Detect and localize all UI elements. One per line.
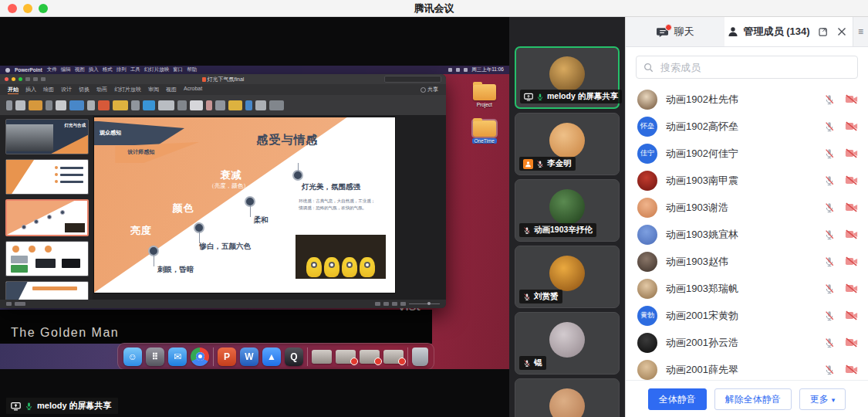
unmute-all-button[interactable]: 解除全体静音 bbox=[714, 388, 792, 410]
toolbar-icon[interactable] bbox=[269, 100, 284, 110]
ribbon-tab[interactable]: 审阅 bbox=[148, 86, 159, 94]
trash-icon[interactable] bbox=[412, 348, 428, 366]
mic-muted-icon[interactable] bbox=[824, 310, 835, 321]
menu-item[interactable]: 帮助 bbox=[187, 66, 197, 73]
member-row[interactable]: 黄勃 动画2001宋黄勃 bbox=[637, 302, 858, 329]
menu-item[interactable]: 插入 bbox=[89, 66, 99, 73]
tab-chat[interactable]: 聊天 bbox=[626, 17, 724, 46]
tab-manage-members[interactable]: 管理成员 (134) bbox=[724, 17, 853, 46]
chrome-icon[interactable] bbox=[191, 348, 209, 366]
video-tile[interactable]: 李金明 bbox=[515, 113, 620, 175]
member-row[interactable]: 动画1902杜先伟 bbox=[637, 86, 858, 113]
camera-off-icon[interactable] bbox=[845, 256, 858, 266]
toolbar-icon[interactable] bbox=[177, 100, 187, 110]
mail-icon[interactable]: ✉ bbox=[168, 348, 187, 366]
toolbar-icon[interactable] bbox=[206, 100, 212, 110]
menu-item[interactable]: 幻灯片放映 bbox=[144, 66, 170, 73]
toolbar-icon[interactable] bbox=[6, 100, 12, 110]
search-input[interactable] bbox=[659, 61, 850, 74]
mic-muted-icon[interactable] bbox=[824, 175, 835, 186]
camera-off-icon[interactable] bbox=[845, 337, 858, 348]
member-row[interactable]: 动画1903谢浩 bbox=[637, 194, 858, 221]
toolbar-icon[interactable] bbox=[87, 100, 95, 110]
camera-off-icon[interactable] bbox=[845, 229, 858, 239]
camera-off-icon[interactable] bbox=[845, 364, 858, 375]
minimized-window[interactable] bbox=[360, 350, 380, 364]
camera-off-icon[interactable] bbox=[845, 121, 858, 131]
slideshow-view-icon[interactable] bbox=[400, 302, 406, 306]
mic-muted-icon[interactable] bbox=[824, 121, 835, 132]
ppt-share-button[interactable]: 共享 bbox=[420, 86, 438, 93]
toolbar-icon[interactable] bbox=[255, 100, 266, 110]
popout-panel-icon[interactable] bbox=[819, 27, 829, 37]
toolbar-icon[interactable] bbox=[98, 100, 110, 110]
member-row[interactable]: 动画1903姚宜林 bbox=[637, 221, 858, 248]
mic-muted-icon[interactable] bbox=[824, 337, 835, 348]
toolbar-icon[interactable] bbox=[69, 100, 84, 110]
menu-item[interactable]: 视图 bbox=[75, 66, 85, 73]
member-search-box[interactable] bbox=[636, 56, 858, 79]
camera-off-icon[interactable] bbox=[845, 175, 858, 185]
menu-item[interactable]: 排列 bbox=[117, 66, 127, 73]
menu-item[interactable]: 格式 bbox=[103, 66, 113, 73]
toolbar-icon[interactable] bbox=[131, 100, 140, 110]
ppt-search-box[interactable] bbox=[384, 76, 441, 83]
launchpad-icon[interactable]: ⠿ bbox=[146, 348, 164, 366]
zoom-slider[interactable] bbox=[409, 303, 440, 304]
toolbar-icon[interactable] bbox=[113, 100, 128, 110]
toolbar-icon[interactable] bbox=[56, 100, 66, 110]
menu-item[interactable]: 窗口 bbox=[173, 66, 183, 73]
menu-item[interactable]: 工具 bbox=[130, 66, 140, 73]
slide-thumbnail-5[interactable] bbox=[5, 281, 89, 300]
video-tile[interactable]: 锟 bbox=[515, 312, 620, 375]
close-panel-icon[interactable] bbox=[837, 27, 846, 36]
menu-item[interactable]: 文件 bbox=[47, 66, 57, 73]
camera-off-icon[interactable] bbox=[845, 148, 858, 158]
mic-muted-icon[interactable] bbox=[824, 256, 835, 267]
menu-app-name[interactable]: PowerPoint bbox=[15, 67, 42, 73]
mic-muted-icon[interactable] bbox=[824, 202, 835, 213]
slide-thumbnail-2[interactable] bbox=[5, 159, 89, 195]
finder-icon[interactable]: ☺ bbox=[123, 348, 142, 366]
current-slide[interactable]: 观众感知 设计师感知 感受与情感 亮度 刺眼，昏暗 颜色 惨白，五颜六色 衰减 … bbox=[94, 117, 395, 293]
mic-muted-icon[interactable] bbox=[824, 283, 835, 294]
sorter-view-icon[interactable] bbox=[383, 302, 389, 306]
minimized-window[interactable] bbox=[312, 350, 332, 364]
toolbar-icon[interactable] bbox=[15, 100, 25, 110]
toolbar-icon[interactable] bbox=[190, 100, 203, 110]
panel-menu-rail[interactable]: ≡ bbox=[853, 17, 868, 46]
minimized-window[interactable] bbox=[383, 350, 404, 364]
member-row[interactable]: 动画2001孙云浩 bbox=[637, 329, 858, 356]
video-tile[interactable]: 刘赏赟 bbox=[515, 246, 620, 308]
meeting-icon[interactable]: ▲ bbox=[262, 348, 281, 366]
camera-off-icon[interactable] bbox=[845, 94, 858, 104]
zoom-window-button[interactable] bbox=[39, 4, 48, 13]
video-tile[interactable]: 动画1903辛抒伦 bbox=[515, 179, 620, 242]
desktop-folder-onetime[interactable]: OneTime bbox=[472, 120, 498, 144]
ribbon-tab[interactable]: 切换 bbox=[79, 86, 90, 94]
ribbon-tab[interactable]: 设计 bbox=[61, 86, 72, 94]
mic-muted-icon[interactable] bbox=[824, 364, 835, 375]
toolbar-icon[interactable] bbox=[215, 100, 225, 110]
apple-menu-icon[interactable] bbox=[5, 68, 10, 73]
minimize-window-button[interactable] bbox=[23, 4, 32, 13]
toolbar-icon[interactable] bbox=[46, 100, 52, 110]
slide-thumbnail-4[interactable] bbox=[5, 241, 89, 276]
minimized-window[interactable] bbox=[336, 350, 356, 364]
member-row[interactable]: 佳宁 动画1902何佳宁 bbox=[637, 140, 858, 167]
member-row[interactable]: 动画1903赵伟 bbox=[637, 248, 858, 275]
ribbon-tab[interactable]: Acrobat bbox=[184, 86, 202, 94]
desktop-folder-project[interactable]: Project bbox=[473, 84, 496, 107]
camera-off-icon[interactable] bbox=[845, 310, 858, 320]
slide-thumbnail-3-selected[interactable] bbox=[5, 199, 89, 236]
mic-muted-icon[interactable] bbox=[824, 94, 835, 105]
normal-view-icon[interactable] bbox=[375, 302, 380, 306]
ribbon-tab[interactable]: 绘图 bbox=[43, 86, 54, 94]
close-window-button[interactable] bbox=[8, 4, 17, 13]
video-tile[interactable] bbox=[515, 378, 620, 417]
ribbon-tab[interactable]: 动画 bbox=[96, 86, 107, 94]
toolbar-icon[interactable] bbox=[143, 100, 155, 110]
member-row[interactable]: 怀垒 动画1902高怀垒 bbox=[637, 113, 858, 140]
camera-off-icon[interactable] bbox=[845, 202, 858, 212]
toolbar-icon[interactable] bbox=[29, 100, 42, 110]
